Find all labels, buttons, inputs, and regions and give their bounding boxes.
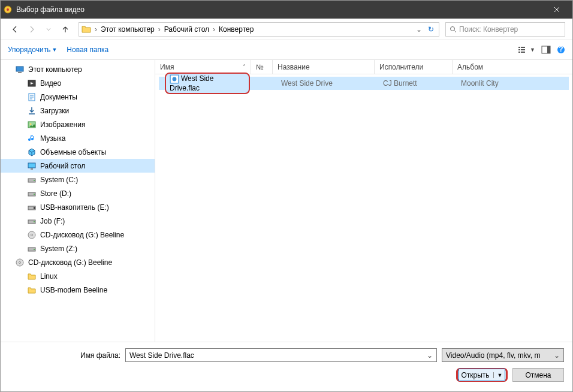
navigation-bar: › Этот компьютер › Рабочий стол › Конвер… [1, 19, 572, 40]
tree-item[interactable]: Объемные объекты [1, 145, 155, 159]
column-artist[interactable]: Исполнители [375, 60, 453, 74]
tree-item-label: System (Z:) [40, 245, 77, 253]
tree-item[interactable]: USB-накопитель (E:) [1, 200, 155, 214]
pictures-icon [27, 120, 37, 129]
breadcrumb-item[interactable]: Конвертер [216, 25, 256, 34]
chevron-down-icon: ▼ [52, 47, 57, 53]
recent-button[interactable] [41, 22, 56, 37]
docs-icon [27, 92, 37, 102]
tree-item[interactable]: Linux [1, 269, 155, 283]
back-button[interactable] [8, 22, 22, 37]
tree-item[interactable]: System (C:) [1, 173, 155, 186]
search-icon [450, 26, 457, 33]
tree-item-label: Рабочий стол [40, 162, 85, 170]
tree-item[interactable]: Этот компьютер [1, 62, 155, 76]
filename-input[interactable]: West Side Drive.flac ⌄ [125, 348, 437, 362]
filename-label: Имя файла: [9, 351, 120, 360]
svg-point-34 [19, 261, 21, 263]
svg-rect-6 [521, 49, 525, 50]
drive-icon [27, 244, 37, 254]
tree-item[interactable]: Музыка [1, 131, 155, 145]
preview-pane-button[interactable] [541, 46, 551, 54]
chevron-down-icon[interactable]: ⌄ [427, 351, 433, 360]
svg-rect-26 [34, 207, 35, 209]
tree-item[interactable]: Изображения [1, 117, 155, 131]
file-title: West Side Drive [276, 79, 378, 88]
svg-point-28 [34, 221, 35, 222]
tree-item[interactable]: Рабочий стол [1, 159, 155, 173]
column-album[interactable]: Альбом [453, 60, 572, 74]
tree-item-label: System (C:) [40, 176, 78, 184]
folder-icon [27, 285, 37, 295]
chevron-right-icon: › [212, 25, 216, 34]
svg-rect-4 [521, 47, 525, 48]
tree-item-label: USB-накопитель (E:) [40, 203, 109, 212]
tree-pane[interactable]: Этот компьютерВидеоДокументыЗагрузкиИзоб… [1, 60, 155, 342]
svg-rect-8 [521, 52, 525, 53]
folder-icon [27, 272, 37, 281]
chevron-right-icon: › [157, 25, 162, 34]
refresh-icon[interactable]: ↻ [426, 25, 436, 34]
new-folder-button[interactable]: Новая папка [67, 46, 108, 54]
tree-item[interactable]: Видео [1, 76, 155, 90]
organize-button[interactable]: Упорядочить ▼ [8, 46, 57, 54]
video-icon [27, 79, 37, 88]
tree-item[interactable]: Загрузки [1, 104, 155, 117]
svg-rect-14 [18, 72, 22, 73]
close-button[interactable] [543, 1, 570, 19]
cancel-button[interactable]: Отмена [512, 368, 564, 382]
column-name[interactable]: Имя˄ [155, 60, 251, 74]
sort-icon: ˄ [243, 64, 246, 70]
svg-rect-3 [518, 47, 520, 48]
window-title: Выбор файла видео [16, 5, 543, 14]
audio-file-icon [170, 74, 179, 84]
open-button[interactable]: Открыть▼ [456, 368, 508, 382]
tree-item[interactable]: System (Z:) [1, 242, 155, 255]
help-button[interactable]: ? [557, 46, 565, 54]
tree-item-label: Музыка [40, 134, 65, 143]
tree-item-label: Видео [40, 79, 61, 88]
tree-item-label: Изображения [40, 120, 85, 129]
up-button[interactable] [58, 22, 73, 37]
titlebar: Выбор файла видео [1, 1, 572, 19]
tree-item-label: CD-дисковод (G:) Beeline [28, 258, 112, 267]
column-number[interactable]: № [251, 60, 273, 74]
chevron-down-icon[interactable]: ⌄ [414, 25, 424, 34]
svg-text:?: ? [559, 46, 563, 53]
tree-item[interactable]: Документы [1, 90, 155, 104]
svg-rect-19 [28, 163, 35, 168]
cd-icon [15, 258, 25, 267]
tree-item[interactable]: Store (D:) [1, 186, 155, 200]
file-artist: CJ Burnett [378, 79, 456, 88]
music-icon [27, 134, 37, 143]
svg-point-32 [34, 249, 35, 250]
file-row[interactable]: West Side Drive.flac West Side Drive CJ … [159, 77, 569, 90]
forward-button[interactable] [25, 22, 39, 37]
search-input[interactable]: Поиск: Конвертер [445, 22, 565, 37]
breadcrumb-item[interactable]: Этот компьютер [98, 25, 157, 34]
svg-rect-20 [31, 168, 33, 170]
tree-item-label: USB-modem Beeline [40, 286, 107, 294]
address-bar[interactable]: › Этот компьютер › Рабочий стол › Конвер… [79, 22, 439, 37]
tree-item-label: Этот компьютер [28, 65, 82, 74]
tree-item[interactable]: CD-дисковод (G:) Beeline [1, 228, 155, 242]
breadcrumb-item[interactable]: Рабочий стол [162, 25, 212, 34]
svg-point-18 [30, 123, 32, 125]
filetype-select[interactable]: Video/Audio (mp4, flv, mkv, m ⌄ [442, 348, 564, 362]
footer: Имя файла: West Side Drive.flac ⌄ Video/… [1, 342, 572, 391]
pc-icon [15, 65, 25, 74]
svg-point-36 [173, 77, 177, 82]
search-placeholder: Поиск: Конвертер [459, 25, 518, 34]
tree-item[interactable]: USB-modem Beeline [1, 283, 155, 297]
tree-item[interactable]: Job (F:) [1, 214, 155, 228]
view-button[interactable]: ▼ [518, 46, 535, 54]
tree-item[interactable]: CD-дисковод (G:) Beeline [1, 255, 155, 269]
tree-item-label: Linux [40, 272, 58, 281]
column-title[interactable]: Название [273, 60, 375, 74]
chevron-down-icon: ▼ [530, 47, 535, 53]
list-pane: Имя˄ № Название Исполнители Альбом West … [155, 60, 572, 342]
list-body[interactable]: West Side Drive.flac West Side Drive CJ … [155, 74, 572, 342]
file-dialog: Выбор файла видео › Этот компьютер › Раб… [0, 0, 573, 392]
svg-rect-7 [518, 52, 520, 53]
tree-item-label: Загрузки [40, 107, 69, 115]
